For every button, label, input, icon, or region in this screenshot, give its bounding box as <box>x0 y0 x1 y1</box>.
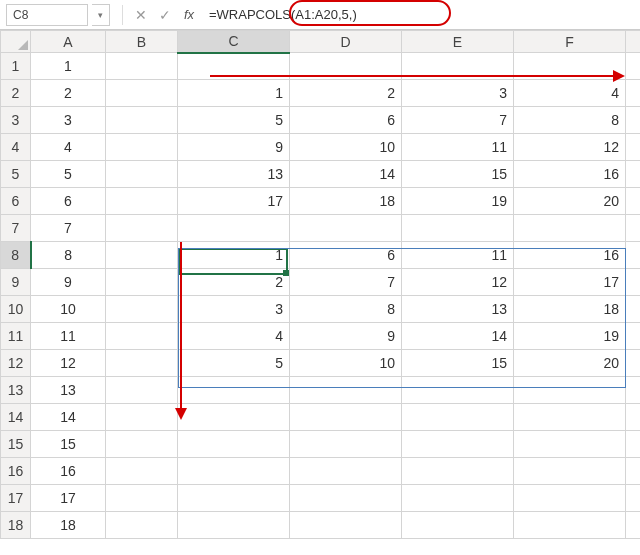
row-header[interactable]: 18 <box>1 512 31 539</box>
cell[interactable]: 3 <box>402 80 514 107</box>
cell[interactable]: 3 <box>178 296 290 323</box>
cell[interactable]: 6 <box>290 107 402 134</box>
cell[interactable] <box>514 53 626 80</box>
cell[interactable]: 14 <box>402 323 514 350</box>
cell[interactable]: 11 <box>31 323 106 350</box>
cell[interactable]: 7 <box>402 107 514 134</box>
select-all-corner[interactable] <box>1 31 31 53</box>
col-header-F[interactable]: F <box>514 31 626 53</box>
enter-button[interactable]: ✓ <box>153 4 177 26</box>
col-header-B[interactable]: B <box>106 31 178 53</box>
cell[interactable]: 18 <box>290 188 402 215</box>
cell[interactable]: 16 <box>514 161 626 188</box>
cell[interactable]: 9 <box>178 134 290 161</box>
row-header[interactable]: 9 <box>1 269 31 296</box>
close-icon: ✕ <box>135 7 147 23</box>
cell[interactable]: 5 <box>178 107 290 134</box>
cell[interactable]: 2 <box>31 80 106 107</box>
cell[interactable]: 1 <box>178 80 290 107</box>
cell[interactable]: 6 <box>31 188 106 215</box>
cell[interactable]: 8 <box>290 296 402 323</box>
cell[interactable]: 2 <box>178 269 290 296</box>
col-header-A[interactable]: A <box>31 31 106 53</box>
cell[interactable]: 18 <box>514 296 626 323</box>
insert-function-button[interactable]: fx <box>177 4 201 26</box>
cell[interactable]: 19 <box>402 188 514 215</box>
name-box[interactable]: C8 <box>6 4 88 26</box>
row-header[interactable]: 3 <box>1 107 31 134</box>
cell[interactable]: 16 <box>514 242 626 269</box>
cell[interactable]: 15 <box>402 350 514 377</box>
row-header[interactable]: 11 <box>1 323 31 350</box>
cell[interactable]: 5 <box>31 161 106 188</box>
row-header[interactable]: 2 <box>1 80 31 107</box>
row-header[interactable]: 15 <box>1 431 31 458</box>
row-header[interactable]: 8 <box>1 242 31 269</box>
cell[interactable]: 10 <box>290 134 402 161</box>
cell[interactable]: 2 <box>290 80 402 107</box>
col-header-E[interactable]: E <box>402 31 514 53</box>
row-header[interactable]: 12 <box>1 350 31 377</box>
col-header-blank[interactable] <box>626 31 641 53</box>
cell[interactable] <box>626 53 641 80</box>
cell[interactable]: 7 <box>31 215 106 242</box>
cell[interactable]: 7 <box>290 269 402 296</box>
cell[interactable]: 18 <box>31 512 106 539</box>
row-header[interactable]: 7 <box>1 215 31 242</box>
cell[interactable]: 13 <box>31 377 106 404</box>
cell[interactable]: 8 <box>31 242 106 269</box>
cell[interactable]: 8 <box>514 107 626 134</box>
cell[interactable]: 10 <box>31 296 106 323</box>
formula-input[interactable]: =WRAPCOLS(A1:A20,5,) <box>201 4 640 26</box>
cell[interactable]: 11 <box>402 242 514 269</box>
cell[interactable]: 13 <box>178 161 290 188</box>
row-header[interactable]: 5 <box>1 161 31 188</box>
cell[interactable]: 15 <box>402 161 514 188</box>
row-header[interactable]: 10 <box>1 296 31 323</box>
row-header[interactable]: 1 <box>1 53 31 80</box>
cell[interactable]: 17 <box>31 485 106 512</box>
name-box-value: C8 <box>13 8 28 22</box>
cell[interactable]: 15 <box>31 431 106 458</box>
row-header[interactable]: 14 <box>1 404 31 431</box>
cell[interactable]: 4 <box>178 323 290 350</box>
cell[interactable]: 12 <box>402 269 514 296</box>
cell[interactable]: 12 <box>514 134 626 161</box>
cell[interactable]: 5 <box>178 350 290 377</box>
cell[interactable]: 17 <box>178 188 290 215</box>
cell[interactable]: 9 <box>31 269 106 296</box>
row-header[interactable]: 6 <box>1 188 31 215</box>
cell[interactable]: 14 <box>31 404 106 431</box>
worksheet-grid[interactable]: A B C D E F 1 1 2 2 1 2 3 4 3 3 5 6 7 8 … <box>0 30 640 539</box>
name-box-dropdown[interactable]: ▾ <box>92 4 110 26</box>
cell[interactable]: 11 <box>402 134 514 161</box>
cell[interactable]: 17 <box>514 269 626 296</box>
cell[interactable] <box>106 53 178 80</box>
cell[interactable]: 12 <box>31 350 106 377</box>
cell[interactable]: 9 <box>290 323 402 350</box>
cell[interactable]: 4 <box>514 80 626 107</box>
row-header[interactable]: 17 <box>1 485 31 512</box>
row-header[interactable]: 16 <box>1 458 31 485</box>
cell[interactable]: 3 <box>31 107 106 134</box>
cell[interactable]: 19 <box>514 323 626 350</box>
col-header-C[interactable]: C <box>178 31 290 53</box>
cell[interactable] <box>402 53 514 80</box>
cell[interactable]: 14 <box>290 161 402 188</box>
cell[interactable]: 10 <box>290 350 402 377</box>
cell[interactable] <box>290 53 402 80</box>
row-header[interactable]: 4 <box>1 134 31 161</box>
col-header-D[interactable]: D <box>290 31 402 53</box>
cell[interactable]: 13 <box>402 296 514 323</box>
cell[interactable]: 1 <box>178 242 290 269</box>
cell[interactable]: 20 <box>514 188 626 215</box>
row-header[interactable]: 13 <box>1 377 31 404</box>
column-header-row: A B C D E F <box>1 31 641 53</box>
cell[interactable]: 1 <box>31 53 106 80</box>
cell[interactable]: 20 <box>514 350 626 377</box>
cell[interactable]: 4 <box>31 134 106 161</box>
cell[interactable]: 6 <box>290 242 402 269</box>
cell[interactable]: 16 <box>31 458 106 485</box>
cancel-button[interactable]: ✕ <box>129 4 153 26</box>
cell[interactable] <box>178 53 290 80</box>
